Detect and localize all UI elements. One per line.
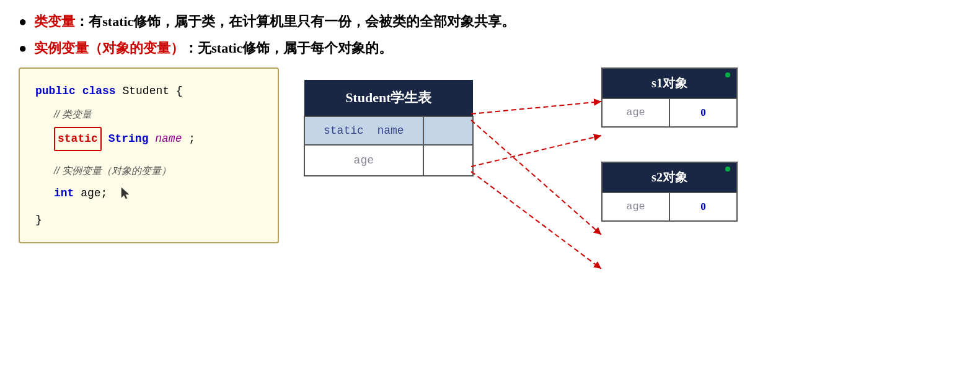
code-static-line: static String name ;	[54, 127, 262, 150]
code-classname: Student {	[122, 85, 182, 97]
instance-var-red: 实例变量（对象的变量）	[34, 40, 184, 56]
class-var-red: 类变量	[34, 14, 75, 29]
bullet-item-class-var: ● 类变量：有static修饰，属于类，在计算机里只有一份，会被类的全部对象共享…	[19, 12, 961, 32]
comment-instance-var: // 实例变量（对象的变量）	[54, 165, 171, 176]
table-header: Student学生表	[304, 80, 473, 116]
s1-object-box: s1对象 age 0	[601, 67, 738, 128]
instance-row-label: age	[304, 145, 423, 176]
static-keyword-box: static	[54, 127, 102, 150]
bullet-text-class-var: 类变量：有static修饰，属于类，在计算机里只有一份，会被类的全部对象共享。	[34, 12, 515, 32]
bullet-text-instance-var: 实例变量（对象的变量）：无static修饰，属于每个对象的。	[34, 39, 392, 58]
s2-age-label: age	[603, 193, 670, 220]
static-row-value	[423, 116, 473, 145]
objects-column: s1对象 age 0 s2对象 age 0	[601, 67, 738, 222]
class-var-sep: ：	[75, 14, 89, 29]
s1-age-row: age 0	[603, 98, 736, 126]
s2-age-row: age 0	[603, 192, 736, 220]
s1-age-label: age	[603, 99, 670, 126]
kw-string: String	[108, 133, 149, 145]
kw-int: int	[54, 187, 74, 199]
kw-public: public	[35, 85, 76, 97]
code-int-line: int age;	[54, 183, 262, 203]
s2-green-dot	[725, 167, 730, 172]
instance-var-desc: 无static修饰，属于每个对象的。	[198, 40, 392, 56]
arrow-static-to-s1	[471, 102, 601, 114]
bullet-dot-2: ●	[19, 39, 27, 58]
arrow-static-to-s2	[471, 120, 601, 235]
cursor-placeholder	[120, 183, 131, 203]
s1-age-value: 0	[670, 99, 736, 126]
arrow-age-to-s1	[471, 136, 601, 167]
code-box: public class Student { // 类变量 static Str…	[19, 67, 279, 243]
s2-age-value: 0	[670, 193, 736, 220]
s2-object-header: s2对象	[603, 163, 736, 192]
bullet-dot-1: ●	[19, 12, 27, 32]
class-var-desc: 有static修饰，属于类，在计算机里只有一份，会被类的全部对象共享。	[89, 14, 515, 29]
code-comment-1: // 类变量	[54, 105, 262, 124]
bullet-list: ● 类变量：有static修饰，属于类，在计算机里只有一份，会被类的全部对象共享…	[19, 12, 961, 58]
svg-marker-0	[121, 188, 129, 199]
code-comment-2: // 实例变量（对象的变量）	[54, 161, 262, 181]
arrow-age-to-s2	[471, 172, 601, 269]
student-table: Student学生表 static name age	[304, 80, 474, 176]
s1-green-dot	[725, 72, 730, 77]
instance-var-sep: ：	[184, 40, 198, 56]
bullet-item-instance-var: ● 实例变量（对象的变量）：无static修饰，属于每个对象的。	[19, 39, 961, 58]
var-name: name	[155, 133, 182, 145]
code-line-1: public class Student {	[35, 81, 262, 101]
code-age: age;	[81, 187, 107, 199]
s2-object-box: s2对象 age 0	[601, 162, 738, 222]
comment-class-var: // 类变量	[54, 109, 92, 120]
main-content: public class Student { // 类变量 static Str…	[19, 67, 961, 303]
kw-static: static	[58, 133, 98, 145]
diagram-wrapper: Student学生表 static name age	[304, 67, 738, 303]
static-row-label: static name	[304, 116, 423, 145]
kw-class: class	[82, 85, 116, 97]
student-table-area: Student学生表 static name age	[304, 80, 474, 176]
code-close-brace: }	[35, 210, 262, 230]
table-instance-row: age	[304, 145, 473, 176]
table-static-row: static name	[304, 116, 473, 145]
s1-object-header: s1对象	[603, 69, 736, 98]
instance-row-value	[423, 145, 473, 176]
